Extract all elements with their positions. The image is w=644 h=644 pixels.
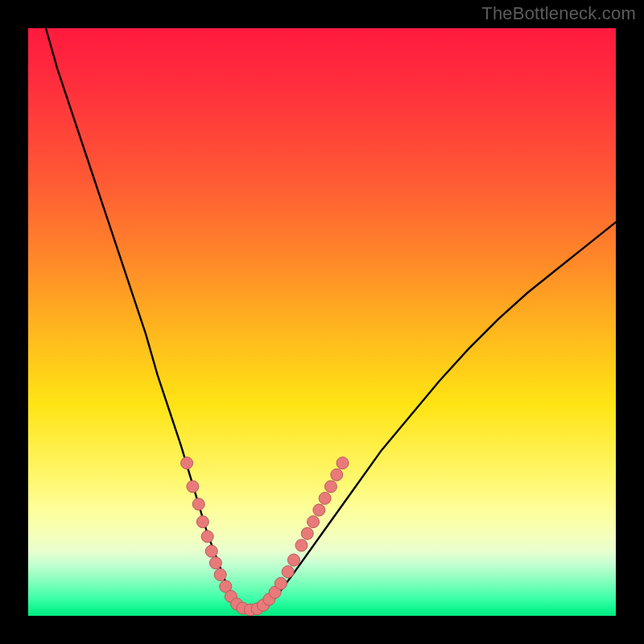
marker-dot — [214, 568, 226, 580]
highlight-dots — [181, 457, 349, 616]
watermark-text: TheBottleneck.com — [481, 3, 636, 24]
marker-dot — [336, 457, 349, 469]
marker-dot — [192, 498, 204, 510]
marker-dot — [187, 481, 199, 493]
outer-frame: TheBottleneck.com — [0, 0, 644, 644]
marker-dot — [301, 527, 313, 539]
marker-dot — [205, 545, 217, 557]
marker-dot — [287, 554, 299, 566]
marker-dot — [201, 530, 213, 543]
marker-dot — [282, 566, 294, 578]
marker-dot — [181, 457, 193, 469]
marker-dot — [324, 481, 336, 493]
marker-dot — [331, 469, 343, 481]
marker-dot — [319, 493, 331, 505]
marker-dot — [196, 516, 208, 528]
plot-area — [28, 28, 616, 616]
marker-dot — [308, 516, 320, 528]
chart-svg — [28, 28, 616, 616]
bottleneck-curve — [46, 28, 616, 610]
marker-dot — [295, 539, 308, 551]
marker-dot — [275, 577, 287, 589]
marker-dot — [209, 557, 221, 569]
marker-dot — [313, 504, 325, 516]
